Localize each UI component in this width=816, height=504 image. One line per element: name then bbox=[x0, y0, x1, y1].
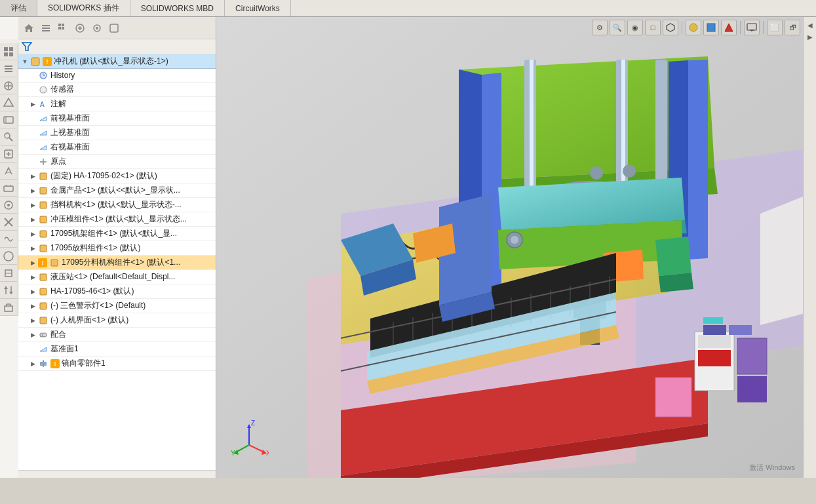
tree-item-part4[interactable]: ▶ 冲压模组件<1> (默认<默认_显示状态... bbox=[18, 212, 216, 227]
tree-item-part6[interactable]: ▶ 17095放料组件<1> (默认) bbox=[18, 241, 216, 256]
tree-item-part7[interactable]: ▶ ! 17095分料机构组件<1> (默认<1... bbox=[18, 256, 216, 270]
svg-rect-69 bbox=[51, 260, 58, 266]
tree-item-part5[interactable]: ▶ 17095机架组件<1> (默认<默认_显... bbox=[18, 227, 216, 241]
tree-item-origin[interactable]: 原点 bbox=[18, 155, 216, 169]
panel-icon-circle[interactable] bbox=[89, 20, 105, 36]
vp-icon-restore[interactable]: 🗗 bbox=[785, 20, 800, 35]
root-icon bbox=[30, 56, 41, 67]
tree-root-label-text: 冲孔机 (默认<默认_显示状态-1>) bbox=[54, 56, 168, 67]
tree-item-front-plane[interactable]: 前视基准面 bbox=[18, 111, 216, 126]
panel-icon-list[interactable] bbox=[38, 20, 54, 36]
left-icon-14[interactable] bbox=[0, 265, 17, 282]
part6-expand-arrow: ▶ bbox=[29, 244, 37, 252]
part2-expand-arrow: ▶ bbox=[29, 187, 37, 195]
mate-icon bbox=[38, 330, 49, 340]
part10-expand-arrow: ▶ bbox=[29, 302, 37, 310]
tree-item-part4-label: 冲压模组件<1> (默认<默认_显示状态... bbox=[50, 214, 187, 225]
svg-rect-65 bbox=[40, 202, 47, 208]
filter-area bbox=[0, 39, 216, 54]
right-icon-collapse[interactable]: ▶ bbox=[805, 31, 815, 42]
left-icon-8[interactable] bbox=[0, 163, 17, 180]
tree-item-part9[interactable]: ▶ HA-17095-46<1> (默认) bbox=[18, 284, 216, 299]
vp-icon-3d[interactable] bbox=[663, 20, 678, 35]
part7-icon bbox=[49, 258, 60, 268]
svg-rect-1 bbox=[9, 47, 13, 51]
left-icon-3[interactable] bbox=[0, 77, 17, 94]
svg-rect-2 bbox=[4, 52, 8, 56]
left-icon-16[interactable] bbox=[0, 299, 17, 316]
tab-sw-mbd[interactable]: SOLIDWORKS MBD bbox=[130, 0, 225, 16]
tree-root[interactable]: ▼ ! 冲孔机 (默认<默认_显示状态-1>) bbox=[18, 54, 216, 69]
left-icon-4[interactable] bbox=[0, 94, 17, 111]
svg-rect-0 bbox=[4, 47, 8, 51]
axis-svg: Z X Y bbox=[229, 419, 269, 458]
vp-icon-display1[interactable] bbox=[686, 20, 701, 35]
vp-icon-settings[interactable]: ⚙ bbox=[592, 20, 608, 35]
svg-rect-149 bbox=[747, 24, 756, 30]
vp-icon-square[interactable]: □ bbox=[645, 20, 661, 35]
vp-icon-circle[interactable]: ◉ bbox=[627, 20, 643, 35]
svg-marker-89 bbox=[688, 60, 708, 260]
panel-icon-tree[interactable] bbox=[55, 20, 71, 36]
origin-icon bbox=[38, 157, 49, 167]
right-plane-expand-arrow bbox=[29, 144, 37, 151]
left-icon-6[interactable] bbox=[0, 128, 17, 145]
panel-icon-home[interactable] bbox=[21, 20, 37, 36]
watermark-text: 激活 Windows bbox=[749, 463, 795, 471]
right-icon-expand[interactable]: ◀ bbox=[805, 20, 815, 30]
svg-point-56 bbox=[40, 87, 47, 93]
left-icon-5[interactable] bbox=[0, 111, 17, 128]
left-icon-13[interactable] bbox=[0, 248, 17, 265]
tree-item-right-plane[interactable]: 右视基准面 bbox=[18, 140, 216, 155]
tree-item-datum[interactable]: 基准面1 bbox=[18, 342, 216, 357]
tree-item-history[interactable]: History bbox=[18, 69, 216, 83]
vp-icon-expand[interactable]: ⬜ bbox=[767, 20, 783, 35]
vp-icon-monitor[interactable] bbox=[744, 20, 760, 35]
tree-item-part1[interactable]: ▶ (固定) HA-17095-02<1> (默认) bbox=[18, 169, 216, 184]
left-icon-12[interactable] bbox=[0, 231, 17, 248]
svg-rect-41 bbox=[58, 24, 61, 26]
tree-item-part2[interactable]: ▶ 金属产品<1> (默认<<默认>_显示状... bbox=[18, 184, 216, 198]
svg-rect-129 bbox=[703, 325, 726, 335]
left-icon-10[interactable] bbox=[0, 197, 17, 214]
tree-item-sensor[interactable]: 传感器 bbox=[18, 83, 216, 97]
tree-item-part10[interactable]: ▶ (-) 三色警示灯<1> (Default) bbox=[18, 299, 216, 313]
vp-icon-display2[interactable] bbox=[703, 20, 719, 35]
left-icon-11[interactable] bbox=[0, 214, 17, 231]
part6-icon bbox=[38, 243, 49, 254]
svg-rect-131 bbox=[655, 378, 691, 417]
vp-icon-display3[interactable] bbox=[721, 20, 737, 35]
tree-item-part11[interactable]: ▶ (-) 人机界面<1> (默认) bbox=[18, 313, 216, 328]
annotation-icon: A bbox=[38, 99, 49, 109]
panel-icon-corner[interactable] bbox=[106, 20, 122, 36]
left-icon-15[interactable] bbox=[0, 282, 17, 299]
filter-icon[interactable] bbox=[21, 41, 33, 52]
left-icon-2[interactable] bbox=[0, 60, 17, 77]
tab-evaluate[interactable]: 评估 bbox=[0, 0, 37, 16]
panel-icon-cross[interactable] bbox=[72, 20, 88, 36]
horizontal-scrollbar[interactable] bbox=[18, 470, 216, 478]
datum-expand-arrow bbox=[29, 345, 37, 353]
svg-rect-11 bbox=[4, 117, 13, 123]
tree-item-mirror[interactable]: ▶ ! 镜向零部件1 bbox=[18, 357, 216, 371]
left-icon-7[interactable] bbox=[0, 145, 17, 163]
tab-sw-addins[interactable]: SOLIDWORKS 插件 bbox=[37, 0, 130, 16]
tree-item-front-plane-label: 前视基准面 bbox=[50, 113, 90, 124]
tab-circuitworks[interactable]: CircuitWorks bbox=[225, 0, 291, 16]
tree-item-part3[interactable]: ▶ 挡料机构<1> (默认<默认_显示状态-... bbox=[18, 198, 216, 212]
cad-viewport[interactable]: ⚙ 🔍 ◉ □ ⬜ 🗗 bbox=[216, 17, 803, 478]
feature-tree[interactable]: ▼ ! 冲孔机 (默认<默认_显示状态-1>) History bbox=[18, 54, 216, 470]
svg-rect-33 bbox=[5, 306, 12, 311]
svg-point-144 bbox=[623, 165, 636, 178]
tree-item-part1-label: (固定) HA-17095-02<1> (默认) bbox=[50, 170, 157, 182]
tree-item-annotation[interactable]: ▶ A 注解 bbox=[18, 97, 216, 111]
svg-marker-58 bbox=[40, 117, 47, 121]
tree-item-top-plane-label: 上视基准面 bbox=[50, 127, 90, 138]
vp-icon-search[interactable]: 🔍 bbox=[610, 20, 625, 35]
left-icon-1[interactable] bbox=[0, 43, 17, 60]
tree-item-origin-label: 原点 bbox=[50, 156, 66, 167]
tree-item-top-plane[interactable]: 上视基准面 bbox=[18, 126, 216, 140]
tree-item-mate[interactable]: ▶ 配合 bbox=[18, 328, 216, 342]
left-icon-9[interactable] bbox=[0, 180, 17, 197]
tree-item-part8[interactable]: ▶ 液压站<1> (Default<Default_Displ... bbox=[18, 270, 216, 284]
